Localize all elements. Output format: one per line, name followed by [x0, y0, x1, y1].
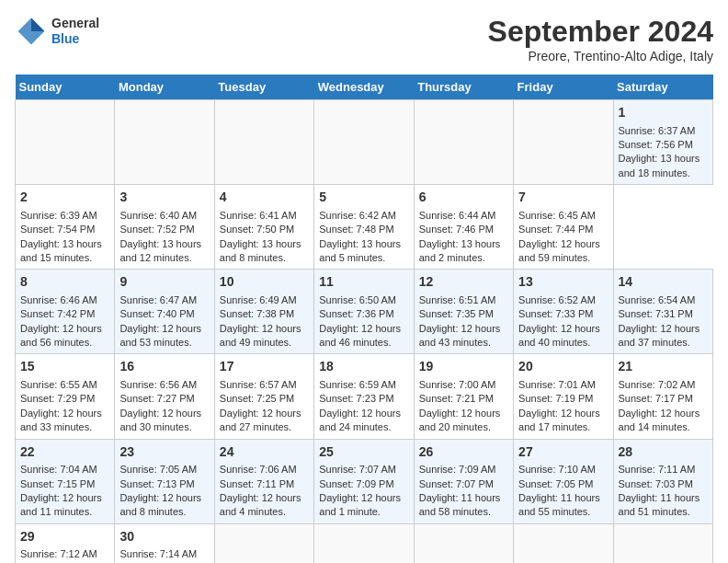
daylight-text: Daylight: 13 hours and 15 minutes. — [20, 238, 102, 263]
daylight-text: Daylight: 13 hours and 2 minutes. — [419, 238, 501, 263]
daylight-text: Daylight: 12 hours and 14 minutes. — [619, 408, 700, 432]
logo-text: General Blue — [51, 16, 99, 47]
daylight-text: Daylight: 12 hours and 46 minutes. — [319, 323, 401, 348]
sunset-text: Sunset: 7:40 PM — [119, 308, 194, 319]
sunset-text: Sunset: 7:52 PM — [119, 224, 194, 235]
sunrise-text: Sunrise: 7:01 AM — [518, 379, 596, 390]
sunset-text: Sunset: 7:23 PM — [319, 393, 393, 404]
sunrise-text: Sunrise: 6:52 AM — [518, 294, 596, 305]
sunrise-text: Sunrise: 6:55 AM — [20, 379, 97, 390]
day-number: 21 — [619, 358, 708, 376]
sunset-text: Sunset: 7:17 PM — [619, 393, 693, 404]
daylight-text: Daylight: 13 hours and 8 minutes. — [220, 238, 301, 263]
calendar-day-cell: 20Sunrise: 7:01 AMSunset: 7:19 PMDayligh… — [514, 354, 613, 439]
calendar-day-cell: 19Sunrise: 7:00 AMSunset: 7:21 PMDayligh… — [414, 354, 513, 439]
calendar-day-cell: 15Sunrise: 6:55 AMSunset: 7:29 PMDayligh… — [16, 354, 115, 439]
calendar-week-row: 8Sunrise: 6:46 AMSunset: 7:42 PMDaylight… — [16, 270, 713, 354]
sunrise-text: Sunrise: 6:45 AM — [518, 210, 596, 221]
sunrise-text: Sunrise: 7:09 AM — [419, 464, 496, 475]
calendar-day-cell — [414, 523, 513, 563]
daylight-text: Daylight: 12 hours and 30 minutes. — [119, 408, 201, 432]
sunset-text: Sunset: 7:35 PM — [419, 308, 494, 319]
day-number: 10 — [220, 273, 309, 292]
day-number: 11 — [319, 273, 408, 292]
weekday-header: Monday — [115, 75, 214, 100]
calendar-day-cell: 17Sunrise: 6:57 AMSunset: 7:25 PMDayligh… — [214, 354, 313, 439]
logo-general: General — [51, 16, 99, 31]
calendar-day-cell: 24Sunrise: 7:06 AMSunset: 7:11 PMDayligh… — [214, 439, 313, 523]
daylight-text: Daylight: 12 hours and 53 minutes. — [119, 323, 201, 348]
sunset-text: Sunset: 7:48 PM — [319, 224, 393, 235]
day-number: 29 — [20, 528, 109, 546]
daylight-text: Daylight: 12 hours and 8 minutes. — [119, 492, 201, 517]
calendar-day-cell: 6Sunrise: 6:44 AMSunset: 7:46 PMDaylight… — [414, 185, 513, 270]
daylight-text: Daylight: 11 hours and 51 minutes. — [619, 492, 700, 517]
month-title: September 2024 — [488, 15, 713, 49]
calendar-day-cell — [16, 100, 115, 185]
day-number: 12 — [419, 273, 508, 292]
sunrise-text: Sunrise: 6:50 AM — [319, 294, 396, 305]
sunset-text: Sunset: 7:21 PM — [419, 393, 494, 404]
day-number: 28 — [619, 443, 708, 462]
day-number: 5 — [319, 189, 408, 207]
day-number: 1 — [619, 104, 708, 122]
sunrise-text: Sunrise: 7:14 AM — [119, 548, 197, 559]
calendar-day-cell — [214, 100, 313, 185]
calendar-day-cell: 18Sunrise: 6:59 AMSunset: 7:23 PMDayligh… — [314, 354, 414, 439]
sunrise-text: Sunrise: 6:57 AM — [220, 379, 297, 390]
daylight-text: Daylight: 12 hours and 1 minute. — [319, 492, 401, 517]
weekday-header: Saturday — [613, 75, 712, 100]
sunset-text: Sunset: 7:33 PM — [518, 308, 593, 319]
sunrise-text: Sunrise: 7:12 AM — [20, 548, 97, 559]
day-number: 9 — [119, 273, 209, 292]
sunset-text: Sunset: 7:56 PM — [619, 139, 693, 150]
daylight-text: Daylight: 11 hours and 55 minutes. — [518, 492, 600, 517]
daylight-text: Daylight: 13 hours and 18 minutes. — [619, 153, 700, 178]
day-number: 8 — [20, 273, 109, 292]
calendar-day-cell: 13Sunrise: 6:52 AMSunset: 7:33 PMDayligh… — [514, 270, 613, 354]
calendar-day-cell: 26Sunrise: 7:09 AMSunset: 7:07 PMDayligh… — [414, 439, 513, 523]
sunset-text: Sunset: 7:03 PM — [619, 478, 693, 489]
calendar-day-cell: 10Sunrise: 6:49 AMSunset: 7:38 PMDayligh… — [214, 270, 313, 354]
calendar-day-cell: 28Sunrise: 7:11 AMSunset: 7:03 PMDayligh… — [613, 439, 712, 523]
svg-marker-1 — [31, 18, 44, 31]
calendar-day-cell — [613, 523, 712, 563]
sunset-text: Sunset: 7:25 PM — [220, 393, 294, 404]
sunrise-text: Sunrise: 7:02 AM — [619, 379, 696, 390]
sunset-text: Sunset: 7:44 PM — [518, 224, 593, 235]
day-number: 20 — [518, 358, 608, 376]
calendar-week-row: 22Sunrise: 7:04 AMSunset: 7:15 PMDayligh… — [16, 439, 713, 523]
daylight-text: Daylight: 12 hours and 11 minutes. — [20, 492, 102, 517]
sunrise-text: Sunrise: 6:56 AM — [119, 379, 197, 390]
sunset-text: Sunset: 7:19 PM — [518, 393, 593, 404]
day-number: 24 — [220, 443, 309, 462]
logo-icon — [15, 15, 48, 48]
day-number: 14 — [619, 273, 708, 292]
calendar-week-row: 2Sunrise: 6:39 AMSunset: 7:54 PMDaylight… — [16, 185, 713, 270]
daylight-text: Daylight: 12 hours and 20 minutes. — [419, 408, 501, 432]
calendar-week-row: 29Sunrise: 7:12 AMSunset: 7:01 PMDayligh… — [16, 523, 713, 563]
day-number: 13 — [518, 273, 608, 292]
daylight-text: Daylight: 12 hours and 37 minutes. — [619, 323, 700, 348]
calendar-day-cell — [314, 523, 414, 563]
daylight-text: Daylight: 12 hours and 40 minutes. — [518, 323, 600, 348]
calendar-day-cell — [214, 523, 313, 563]
sunrise-text: Sunrise: 6:54 AM — [619, 294, 696, 305]
calendar-day-cell: 30Sunrise: 7:14 AMSunset: 6:59 PMDayligh… — [115, 523, 214, 563]
sunset-text: Sunset: 7:50 PM — [220, 224, 294, 235]
daylight-text: Daylight: 12 hours and 49 minutes. — [220, 323, 301, 348]
daylight-text: Daylight: 12 hours and 59 minutes. — [518, 238, 600, 263]
sunset-text: Sunset: 7:05 PM — [518, 478, 593, 489]
sunrise-text: Sunrise: 7:10 AM — [518, 464, 596, 475]
sunrise-text: Sunrise: 7:11 AM — [619, 464, 696, 475]
weekday-header: Tuesday — [214, 75, 313, 100]
sunrise-text: Sunrise: 6:42 AM — [319, 210, 396, 221]
weekday-header: Wednesday — [314, 75, 414, 100]
day-number: 15 — [20, 358, 109, 376]
calendar-week-row: 1Sunrise: 6:37 AMSunset: 7:56 PMDaylight… — [16, 100, 713, 185]
calendar-day-cell: 3Sunrise: 6:40 AMSunset: 7:52 PMDaylight… — [115, 185, 214, 270]
calendar-day-cell: 12Sunrise: 6:51 AMSunset: 7:35 PMDayligh… — [414, 270, 513, 354]
sunset-text: Sunset: 7:07 PM — [419, 478, 494, 489]
sunrise-text: Sunrise: 7:06 AM — [220, 464, 297, 475]
sunset-text: Sunset: 7:42 PM — [20, 308, 95, 319]
